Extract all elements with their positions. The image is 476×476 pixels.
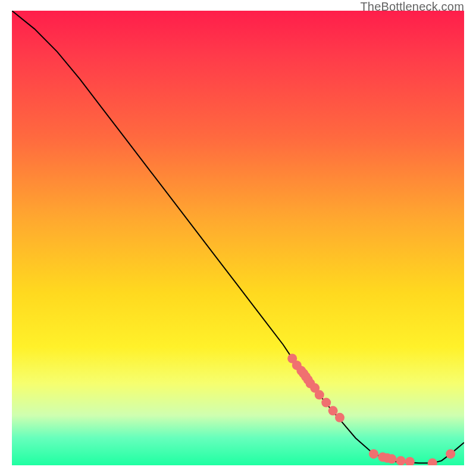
- chart-container: TheBottleneck.com: [0, 0, 476, 476]
- bottleneck-curve: [12, 11, 464, 463]
- watermark-text: TheBottleneck.com: [360, 0, 464, 14]
- data-point: [321, 398, 331, 408]
- data-point: [405, 457, 415, 465]
- data-point: [387, 454, 396, 464]
- chart-overlay: [12, 11, 464, 465]
- data-point: [328, 406, 338, 415]
- plot-area: [12, 11, 464, 465]
- data-point: [428, 458, 437, 465]
- data-point: [315, 390, 324, 400]
- data-point: [446, 449, 455, 459]
- data-point: [396, 456, 406, 465]
- data-point: [369, 449, 378, 459]
- dot-cluster: [287, 354, 455, 466]
- data-point: [335, 413, 345, 422]
